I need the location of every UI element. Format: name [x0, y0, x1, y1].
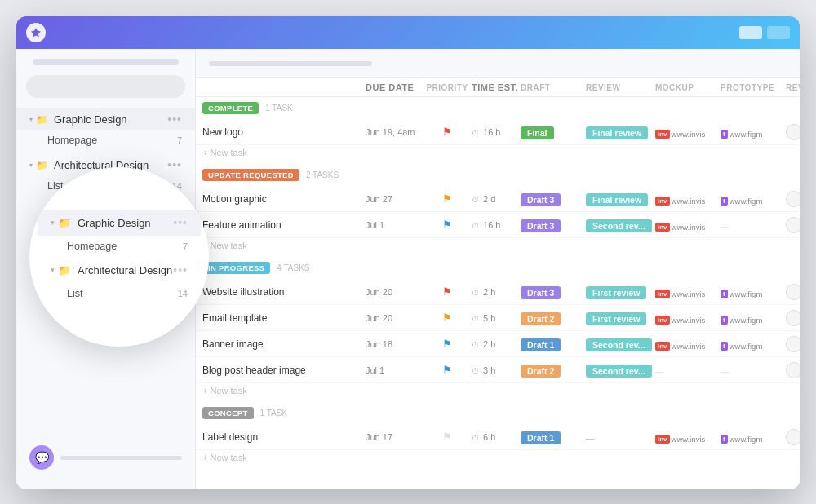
zc-item-architectural[interactable]: ▾ 📁 Architectural Design ••• [38, 257, 201, 283]
chat-button[interactable]: 💬 [29, 445, 54, 470]
task-row: Website illustration Jun 20 ⚑ ⏱ 2 h Draf… [196, 279, 800, 305]
zc-sub-homepage[interactable]: Homepage 7 [38, 236, 201, 257]
title-bar [16, 16, 800, 49]
task-due-date: Jun 19, 4am [366, 127, 423, 137]
sidebar-sub-item-homepage[interactable]: Homepage 7 [16, 130, 195, 150]
sub-item-label: Homepage [47, 135, 177, 146]
app-window: ▾ 📁 Graphic Design ••• Homepage 7 ▾ 📁 [16, 16, 800, 489]
mockup-badge[interactable]: inv www.invis [655, 342, 705, 351]
new-task-label: + New task [202, 386, 247, 396]
reviewer-avatar [786, 429, 800, 445]
task-prototype: f www.figm [721, 125, 786, 139]
section-badge-in-progress: IN PROGRESS [202, 262, 270, 274]
clock-icon: ⏱ [472, 222, 479, 230]
prototype-badge[interactable]: f www.figm [721, 130, 762, 139]
zc-item-graphic[interactable]: ▾ 📁 Graphic Design ••• [38, 210, 201, 236]
prototype-empty: — [721, 222, 729, 231]
task-prototype: f www.figm [721, 430, 786, 444]
sidebar-search[interactable] [26, 75, 185, 98]
new-task-row[interactable]: + New task [196, 238, 800, 255]
task-draft: Draft 1 [521, 430, 586, 444]
zc-more-icon[interactable]: ••• [173, 263, 188, 276]
section-badge-concept: CONCEPT [202, 407, 254, 419]
section-header-complete: COMPLETE 1 TASK [196, 97, 800, 119]
task-prototype: f www.figm [721, 311, 786, 325]
mockup-badge[interactable]: inv www.invis [655, 435, 705, 444]
task-review: Final review [586, 125, 655, 139]
sidebar-item-graphic-design[interactable]: ▾ 📁 Graphic Design ••• [16, 108, 195, 130]
zc-more-icon[interactable]: ••• [173, 216, 188, 229]
prototype-badge[interactable]: f www.figm [721, 316, 762, 325]
zoom-circle: ▾ 📁 Graphic Design ••• Homepage 7 ▾ 📁 Ar… [29, 167, 209, 347]
task-priority: ⚑ [423, 285, 472, 298]
new-task-row[interactable]: + New task [196, 145, 800, 162]
reviewer-avatar [786, 191, 800, 207]
col-header-prototype: PROTOTYPE [721, 83, 786, 92]
sidebar-top-bar [33, 59, 179, 65]
col-header-draft: DRAFT [521, 83, 586, 92]
review-chip: Final review [586, 193, 648, 206]
inv-icon: inv [655, 197, 670, 206]
mockup-badge[interactable]: inv www.invis [655, 130, 705, 139]
zc-sub-list[interactable]: List 14 [38, 283, 201, 304]
task-due-date: Jul 1 [366, 220, 423, 230]
link-text: www.invis [672, 197, 706, 206]
section-header-update-requested: UPDATE REQUESTED 2 TASKS [196, 164, 800, 186]
zc-item-label: Graphic Design [78, 217, 173, 229]
zc-item-label: Architectural Design [78, 264, 173, 276]
prototype-badge[interactable]: f www.figm [721, 435, 762, 444]
prototype-badge[interactable]: f www.figm [721, 197, 762, 206]
more-options-icon[interactable]: ••• [167, 113, 182, 126]
mockup-badge[interactable]: inv www.invis [655, 223, 705, 232]
sidebar-item-label: Graphic Design [54, 113, 167, 126]
link-text: www.invis [672, 435, 706, 444]
link-text: www.figm [730, 290, 763, 298]
prototype-badge[interactable]: f www.figm [721, 342, 762, 351]
task-mockup: inv www.invis [655, 337, 721, 351]
task-prototype: f www.figm [721, 285, 786, 299]
task-priority: ⚑ [423, 364, 472, 376]
task-prototype: — [721, 218, 786, 232]
task-priority: ⚑ [423, 312, 472, 324]
draft-chip: Draft 1 [521, 338, 561, 351]
task-row: Feature animation Jul 1 ⚑ ⏱ 16 h Draft 3… [196, 212, 800, 238]
content-header [196, 49, 800, 78]
prototype-badge[interactable]: f www.figm [721, 290, 762, 298]
mockup-badge[interactable]: inv www.invis [655, 290, 705, 298]
more-options-icon[interactable]: ••• [167, 158, 182, 171]
priority-flag: ⚑ [442, 431, 452, 443]
figma-icon: f [721, 130, 728, 139]
title-bar-buttons [739, 26, 790, 39]
task-time-est: ⏱ 3 h [472, 365, 521, 375]
priority-flag: ⚑ [442, 364, 452, 376]
new-task-row[interactable]: + New task [196, 383, 800, 400]
task-time-est: ⏱ 2 h [472, 339, 521, 349]
task-review: Second rev... [586, 363, 655, 378]
priority-flag: ⚑ [442, 285, 452, 298]
link-text: www.invis [672, 316, 706, 325]
title-bar-btn-2[interactable] [767, 26, 790, 39]
mockup-badge[interactable]: inv www.invis [655, 197, 705, 206]
new-task-row[interactable]: + New task [196, 450, 800, 467]
draft-chip: Draft 3 [521, 193, 561, 206]
task-review: Second rev... [586, 337, 655, 351]
task-reviewer [786, 429, 800, 445]
figma-icon: f [721, 290, 728, 298]
task-review: Final review [586, 192, 655, 206]
task-prototype: f www.figm [721, 337, 786, 351]
task-review: — [586, 430, 655, 444]
content-header-bar [209, 61, 372, 66]
review-chip: First review [586, 286, 646, 299]
task-time-est: ⏱ 6 h [472, 432, 521, 442]
task-reviewer [786, 191, 800, 207]
task-due-date: Jun 18 [366, 339, 423, 349]
title-bar-btn-1[interactable] [739, 26, 762, 39]
sub-item-count: 7 [177, 135, 182, 145]
col-header-time: TIME EST. [472, 82, 521, 92]
prototype-empty: — [721, 367, 729, 376]
zc-sub-label: List [67, 288, 178, 299]
reviewer-avatar [786, 362, 800, 378]
task-draft: Draft 3 [521, 192, 586, 206]
mockup-badge[interactable]: inv www.invis [655, 316, 705, 325]
col-header-reviewer: REVIEWER [786, 83, 800, 92]
